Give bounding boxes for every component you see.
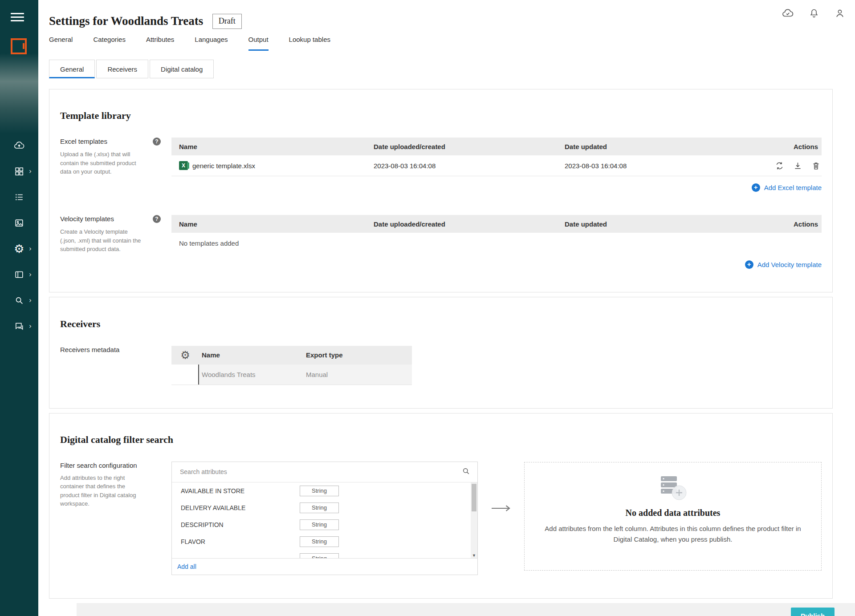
cloud-upload-icon	[14, 140, 24, 151]
empty-state-description: Add attributes from the left column. Att…	[535, 523, 811, 545]
account-person-icon[interactable]	[835, 8, 845, 20]
receivers-table-header: ⚙ Name Export type	[171, 346, 412, 365]
sidebar-item-settings[interactable]: ⚙ ›	[0, 236, 38, 262]
add-velocity-template-button[interactable]: + Add Velocity template	[171, 260, 822, 269]
chevron-right-icon: ›	[29, 296, 32, 304]
notifications-bell-icon[interactable]	[809, 8, 819, 20]
download-icon[interactable]	[793, 161, 802, 170]
sidebar-item-panel[interactable]: ›	[0, 262, 38, 288]
sidebar: › ⚙ › ›	[0, 0, 38, 616]
attribute-type-badge: String	[300, 486, 339, 496]
tab-categories[interactable]: Categories	[93, 36, 126, 51]
subtab-receivers[interactable]: Receivers	[96, 60, 148, 78]
sidebar-nav: › ⚙ › ›	[0, 133, 38, 339]
sidebar-item-search[interactable]: ›	[0, 288, 38, 313]
help-icon[interactable]: ?	[153, 138, 161, 146]
template-library-card: Template library Excel templates ? Uploa…	[49, 89, 833, 292]
filter-search-label: Filter search configuration	[60, 462, 137, 469]
attribute-type-badge: String	[300, 536, 339, 547]
excel-table-header: Name Date uploaded/created Date updated …	[171, 138, 822, 155]
table-settings-gear-icon[interactable]: ⚙	[171, 349, 199, 361]
column-actions: Actions	[764, 143, 822, 150]
add-plus-icon: +	[745, 260, 753, 269]
sidebar-artwork	[0, 53, 38, 134]
add-excel-template-button[interactable]: + Add Excel template	[171, 183, 822, 192]
receiver-name: Woodlands Treats	[199, 365, 306, 385]
column-name: Name	[171, 143, 374, 150]
velocity-templates-label: Velocity templates	[60, 215, 114, 223]
sync-icon[interactable]	[775, 161, 784, 170]
attribute-name: FLAVOR	[181, 538, 300, 545]
added-attributes-dropzone[interactable]: No added data attributes Add attributes …	[524, 462, 822, 571]
list-item-attribute[interactable]: DESCRIPTION String	[172, 516, 477, 533]
tab-languages[interactable]: Languages	[195, 36, 228, 51]
template-date-updated: 2023-08-03 16:04:08	[565, 162, 764, 170]
image-icon	[14, 218, 24, 228]
add-all-bar: Add all	[172, 558, 477, 575]
attribute-list: AVAILABLE IN STORE String DELIVERY AVAIL…	[172, 482, 477, 558]
search-icon	[14, 296, 24, 305]
app-logo[interactable]	[11, 38, 27, 54]
footer-bar: Publish	[77, 603, 855, 616]
help-icon[interactable]: ?	[153, 215, 161, 223]
page-title: Settings for Woodlands Treats	[49, 14, 203, 28]
subtab-digital-catalog[interactable]: Digital catalog	[150, 60, 214, 78]
velocity-templates-row: Velocity templates ? Create a Velocity t…	[60, 215, 822, 269]
tab-output[interactable]: Output	[248, 36, 269, 51]
content: Template library Excel templates ? Uploa…	[38, 78, 855, 599]
hamburger-menu-icon[interactable]	[11, 11, 24, 24]
attribute-name: DELIVERY AVAILABLE	[181, 504, 300, 511]
chat-icon	[14, 321, 24, 332]
receiver-row-handle	[171, 365, 199, 385]
publish-button[interactable]: Publish	[791, 608, 835, 616]
table-row-receiver[interactable]: Woodlands Treats Manual	[171, 365, 412, 385]
sidebar-item-media[interactable]	[0, 210, 38, 236]
status-badge: Draft	[212, 14, 242, 29]
scrollbar[interactable]: ▼	[471, 482, 477, 558]
list-item-attribute[interactable]: DELIVERY AVAILABLE String	[172, 499, 477, 516]
velocity-empty-text: No templates added	[171, 233, 822, 253]
tab-lookup-tables[interactable]: Lookup tables	[289, 36, 330, 51]
filter-search-card: Digital catalog filter search Filter sea…	[49, 413, 833, 599]
sidebar-item-list[interactable]	[0, 184, 38, 210]
cloud-done-icon[interactable]	[782, 8, 794, 21]
attribute-type-badge: String	[300, 519, 339, 530]
template-file-name: generic template.xlsx	[192, 162, 255, 170]
add-excel-template-label: Add Excel template	[764, 184, 822, 191]
column-date-uploaded: Date uploaded/created	[374, 143, 565, 150]
sidebar-item-chat[interactable]: ›	[0, 313, 38, 339]
list-item-attribute[interactable]: FLAVOR String	[172, 533, 477, 550]
column-export-type: Export type	[306, 351, 412, 359]
velocity-templates-description: Create a Velocity template (.json, .xml)…	[60, 227, 144, 254]
receiver-export-type: Manual	[306, 365, 412, 385]
scrollbar-thumb[interactable]	[472, 484, 476, 511]
tab-attributes[interactable]: Attributes	[146, 36, 174, 51]
attribute-picker: AVAILABLE IN STORE String DELIVERY AVAIL…	[171, 462, 478, 575]
list-item-attribute-partial[interactable]: String	[172, 550, 477, 558]
attribute-search-bar	[172, 462, 477, 482]
chevron-right-icon: ›	[29, 245, 32, 253]
list-item-attribute[interactable]: AVAILABLE IN STORE String	[172, 482, 477, 499]
delete-trash-icon[interactable]	[811, 161, 821, 170]
subtab-general[interactable]: General	[49, 60, 95, 78]
sidebar-item-upload[interactable]	[0, 133, 38, 158]
list-icon	[14, 192, 24, 202]
gear-icon: ⚙	[14, 243, 24, 255]
chevron-right-icon: ›	[29, 167, 32, 175]
empty-state-title: No added data attributes	[626, 508, 721, 518]
receivers-table: ⚙ Name Export type Woodlands Treats Manu…	[171, 346, 412, 385]
attribute-name: AVAILABLE IN STORE	[181, 487, 300, 494]
velocity-templates-label-col: Velocity templates ? Create a Velocity t…	[60, 215, 171, 269]
search-icon[interactable]	[462, 467, 470, 477]
search-attributes-input[interactable]	[179, 468, 462, 476]
scrollbar-down-arrow-icon[interactable]: ▼	[471, 553, 477, 558]
column-name: Name	[199, 351, 306, 359]
template-date-uploaded: 2023-08-03 16:04:08	[374, 162, 565, 170]
excel-templates-description: Upload a file (.xlsx) that will contain …	[60, 150, 144, 176]
sidebar-item-modules[interactable]: ›	[0, 158, 38, 184]
tab-general[interactable]: General	[49, 36, 73, 51]
section-title-filter-search: Digital catalog filter search	[60, 434, 822, 446]
add-all-link[interactable]: Add all	[177, 563, 196, 570]
excel-templates-label-col: Excel templates ? Upload a file (.xlsx) …	[60, 138, 171, 192]
modules-icon	[14, 166, 24, 176]
